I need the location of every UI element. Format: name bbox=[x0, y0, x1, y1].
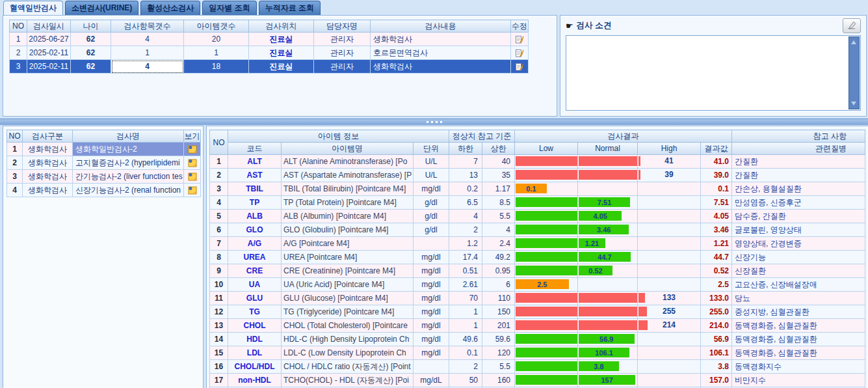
result-value-cell[interactable]: 0.52 bbox=[701, 264, 732, 278]
test-name-cell[interactable]: 고지혈증검사-2 (hyperlipidemi bbox=[73, 156, 184, 170]
result-unit-cell[interactable]: mg/dl bbox=[414, 182, 449, 196]
result-min-cell[interactable]: 7 bbox=[449, 155, 482, 169]
result-max-cell[interactable]: 4 bbox=[482, 223, 515, 237]
result-normal-cell[interactable]: 56.9 bbox=[578, 333, 638, 346]
result-min-cell[interactable]: 1.2 bbox=[449, 237, 482, 251]
result-max-cell[interactable]: 5.5 bbox=[482, 360, 515, 374]
result-row[interactable]: 17non-HDLTCHO(CHOL) - HDL (자동계산) [Poimg/… bbox=[210, 374, 865, 387]
opinion-edit-button[interactable] bbox=[843, 18, 861, 33]
exam-location-cell[interactable]: 진료실 bbox=[249, 33, 314, 46]
result-min-cell[interactable]: 2.61 bbox=[449, 278, 482, 292]
tab-cumulative[interactable]: 누적자료 조회 bbox=[259, 1, 321, 15]
result-value-cell[interactable]: 41.0 bbox=[701, 155, 732, 169]
result-max-cell[interactable]: 6 bbox=[482, 278, 515, 292]
result-value-cell[interactable]: 39.0 bbox=[701, 169, 732, 182]
result-code-cell[interactable]: CRE bbox=[228, 264, 282, 278]
result-normal-cell[interactable] bbox=[578, 319, 638, 333]
result-normal-cell[interactable]: 4.05 bbox=[578, 210, 638, 223]
result-disease-cell[interactable]: 간질환 bbox=[732, 169, 865, 182]
result-normal-cell[interactable] bbox=[578, 169, 638, 182]
result-value-cell[interactable]: 3.46 bbox=[701, 223, 732, 237]
result-disease-cell[interactable]: 고요산증, 신장배설장애 bbox=[732, 278, 865, 292]
exam-date-cell[interactable]: 2025-06-27 bbox=[27, 33, 71, 46]
exam-date-cell[interactable]: 2025-02-11 bbox=[27, 60, 71, 74]
result-no-cell[interactable]: 9 bbox=[210, 264, 228, 278]
result-value-cell[interactable]: 0.1 bbox=[701, 182, 732, 196]
result-unit-cell[interactable]: mg/dl bbox=[414, 319, 449, 333]
result-unit-cell[interactable]: mg/dl bbox=[414, 292, 449, 305]
result-code-cell[interactable]: TBIL bbox=[228, 182, 282, 196]
result-row[interactable]: 7A/GA/G [Pointcare M4]1.22.41.211.21영양상태… bbox=[210, 237, 865, 251]
result-low-cell[interactable] bbox=[515, 292, 578, 305]
result-low-cell[interactable] bbox=[515, 196, 578, 210]
result-max-cell[interactable]: 49.2 bbox=[482, 251, 515, 264]
result-max-cell[interactable]: 110 bbox=[482, 292, 515, 305]
result-code-cell[interactable]: GLU bbox=[228, 292, 282, 305]
result-code-cell[interactable]: UA bbox=[228, 278, 282, 292]
test-category-cell[interactable]: 생화학검사 bbox=[23, 143, 73, 156]
result-low-cell[interactable] bbox=[515, 223, 578, 237]
result-row[interactable]: 12TGTG (Triglyceride) [Pointcare M4]mg/d… bbox=[210, 305, 865, 319]
tab-by-date[interactable]: 일자별 조회 bbox=[202, 1, 256, 15]
exam-itemcount-cell[interactable]: 20 bbox=[184, 33, 249, 46]
result-high-cell[interactable] bbox=[638, 278, 701, 292]
test-row[interactable]: 1생화학검사생화학일반검사-2 bbox=[7, 143, 201, 156]
result-unit-cell[interactable]: mg/dl bbox=[414, 251, 449, 264]
result-normal-cell[interactable] bbox=[578, 278, 638, 292]
exam-groupcount-cell[interactable]: 4 bbox=[111, 60, 184, 74]
result-max-cell[interactable]: 40 bbox=[482, 155, 515, 169]
exam-manager-cell[interactable]: 관리자 bbox=[314, 46, 371, 60]
result-code-cell[interactable]: GLO bbox=[228, 223, 282, 237]
result-value-cell[interactable]: 1.21 bbox=[701, 237, 732, 251]
result-no-cell[interactable]: 12 bbox=[210, 305, 228, 319]
test-no-cell[interactable]: 2 bbox=[7, 156, 23, 170]
result-low-cell[interactable] bbox=[515, 264, 578, 278]
result-disease-cell[interactable]: 비만지수 bbox=[732, 374, 865, 387]
exam-content-cell[interactable]: 생화학검사 bbox=[371, 60, 511, 74]
test-row[interactable]: 4생화학검사신장기능검사-2 (renal function bbox=[7, 184, 201, 197]
result-no-cell[interactable]: 4 bbox=[210, 196, 228, 210]
result-low-cell[interactable]: 2.5 bbox=[515, 278, 578, 292]
result-min-cell[interactable]: 0.51 bbox=[449, 264, 482, 278]
exam-age-cell[interactable]: 62 bbox=[71, 60, 111, 74]
result-value-cell[interactable]: 3.8 bbox=[701, 360, 732, 374]
result-disease-cell[interactable]: 만성염증, 신증후군 bbox=[732, 196, 865, 210]
exam-age-cell[interactable]: 62 bbox=[71, 46, 111, 60]
result-row[interactable]: 11GLUGLU (Glucose) [Pointcare M4]mg/dl70… bbox=[210, 292, 865, 305]
test-no-cell[interactable]: 1 bbox=[7, 143, 23, 156]
result-unit-cell[interactable] bbox=[414, 237, 449, 251]
result-row[interactable]: 3TBILTBIL (Total Bilirubin) [Pointcare M… bbox=[210, 182, 865, 196]
result-low-cell[interactable] bbox=[515, 333, 578, 346]
test-view-cell[interactable] bbox=[184, 170, 201, 184]
result-disease-cell[interactable]: 간손상, 용혈설질환 bbox=[732, 182, 865, 196]
opinion-textarea[interactable] bbox=[566, 35, 861, 111]
result-normal-cell[interactable] bbox=[578, 182, 638, 196]
result-disease-cell[interactable]: 글로불린, 영양상태 bbox=[732, 223, 865, 237]
result-row[interactable]: 8UREAUREA [Pointcare M4]mg/dl17.449.244.… bbox=[210, 251, 865, 264]
result-high-cell[interactable]: 133 bbox=[638, 292, 701, 305]
result-disease-cell[interactable]: 영양상태, 간경변증 bbox=[732, 237, 865, 251]
exam-manager-cell[interactable]: 관리자 bbox=[314, 33, 371, 46]
result-unit-cell[interactable]: g/dl bbox=[414, 196, 449, 210]
result-code-cell[interactable]: TP bbox=[228, 196, 282, 210]
result-low-cell[interactable] bbox=[515, 374, 578, 387]
result-disease-cell[interactable]: 동맥경화증, 심혈관질환 bbox=[732, 346, 865, 360]
result-name-cell[interactable]: CHOL (Total Cholesterol) [Pointcare bbox=[282, 319, 414, 333]
exam-row[interactable]: 32025-02-1162418진료실관리자생화학검사 bbox=[10, 60, 529, 74]
result-value-cell[interactable]: 7.51 bbox=[701, 196, 732, 210]
result-max-cell[interactable]: 35 bbox=[482, 169, 515, 182]
result-normal-cell[interactable] bbox=[578, 305, 638, 319]
result-unit-cell[interactable]: U/L bbox=[414, 169, 449, 182]
result-max-cell[interactable]: 0.95 bbox=[482, 264, 515, 278]
result-low-cell[interactable] bbox=[515, 155, 578, 169]
result-max-cell[interactable]: 1.17 bbox=[482, 182, 515, 196]
test-view-cell[interactable] bbox=[184, 143, 201, 156]
test-category-cell[interactable]: 생화학검사 bbox=[23, 184, 73, 197]
result-low-cell[interactable] bbox=[515, 169, 578, 182]
result-normal-cell[interactable]: 7.51 bbox=[578, 196, 638, 210]
result-name-cell[interactable]: CHOL / HDLC ratio (자동계산) [Point bbox=[282, 360, 414, 374]
result-min-cell[interactable]: 49.6 bbox=[449, 333, 482, 346]
result-max-cell[interactable]: 201 bbox=[482, 319, 515, 333]
result-code-cell[interactable]: ALT bbox=[228, 155, 282, 169]
result-row[interactable]: 2ASTAST (Aspartate Aminotransferase) [PU… bbox=[210, 169, 865, 182]
